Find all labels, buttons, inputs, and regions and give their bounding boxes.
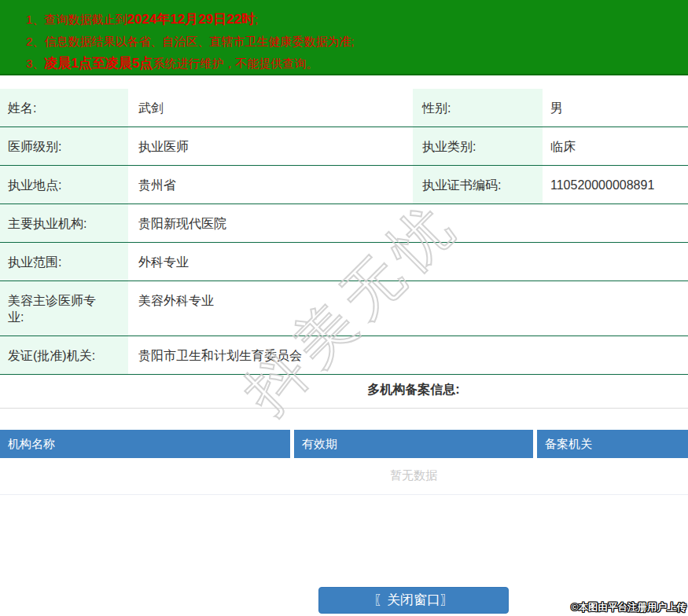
label-doctor-level: 医师级别: — [0, 127, 128, 165]
value-issuing-authority: 贵阳市卫生和计划生育委员会 — [128, 336, 688, 374]
notice-2-prefix: 2、 — [26, 35, 44, 48]
notice-3-post: 系统进行维护，不能提供查询。 — [153, 57, 318, 70]
label-certificate-no: 执业证书编码: — [413, 166, 543, 204]
table-row-name-gender: 姓名: 武剑 性别: 男 — [0, 89, 688, 126]
notice-1-text: 查询数据截止到 — [44, 13, 127, 26]
filing-table-header: 机构名称 有效期 备案机关 — [0, 430, 688, 458]
notice-3-prefix: 3、 — [26, 57, 44, 70]
upload-credit-watermark: ©本图由平台注册用户上传 — [571, 601, 686, 614]
table-row-practice-scope: 执业范围: 外科专业 — [0, 242, 688, 280]
label-cosmetic-specialty: 美容主诊医师专业: — [0, 281, 128, 336]
table-row-location-certno: 执业地点: 贵州省 执业证书编码: 110520000008891 — [0, 165, 688, 204]
value-practice-location: 贵州省 — [128, 166, 413, 204]
section-divider — [0, 408, 688, 409]
label-practice-category: 执业类别: — [413, 127, 543, 165]
table-row-level-category: 医师级别: 执业医师 执业类别: 临床 — [0, 126, 688, 165]
column-header-validity: 有效期 — [294, 430, 533, 458]
doctor-info-table: 姓名: 武剑 性别: 男 医师级别: 执业医师 执业类别: 临床 执业地点: 贵… — [0, 89, 688, 375]
notice-1-bold: 2024年12月29日22时 — [127, 12, 255, 27]
notice-banner: 1、查询数据截止到2024年12月29日22时; 2、信息数据结果以各省、自治区… — [0, 0, 688, 75]
value-certificate-no: 110520000008891 — [543, 166, 688, 204]
notice-line-1: 1、查询数据截止到2024年12月29日22时; — [26, 9, 680, 31]
table-row-issuing-authority: 发证(批准)机关: 贵阳市卫生和计划生育委员会 — [0, 336, 688, 374]
notice-3-bold: 凌晨1点至凌晨5点 — [44, 56, 153, 71]
filing-section-title: 多机构备案信息: — [0, 382, 688, 398]
value-practice-category: 临床 — [543, 127, 688, 165]
value-practice-scope: 外科专业 — [128, 243, 688, 280]
value-main-institution: 贵阳新现代医院 — [128, 204, 688, 242]
value-name: 武剑 — [128, 89, 413, 126]
label-practice-scope: 执业范围: — [0, 243, 128, 280]
value-cosmetic-specialty: 美容外科专业 — [128, 281, 688, 336]
table-row-main-institution: 主要执业机构: 贵阳新现代医院 — [0, 204, 688, 242]
notice-1-prefix: 1、 — [26, 13, 44, 26]
filing-table-empty-state: 暂无数据 — [0, 458, 688, 495]
value-doctor-level: 执业医师 — [128, 127, 413, 165]
query-result-page: 1、查询数据截止到2024年12月29日22时; 2、信息数据结果以各省、自治区… — [0, 0, 688, 616]
label-practice-location: 执业地点: — [0, 166, 128, 204]
notice-2-text: 信息数据结果以各省、自治区、直辖市卫生健康委数据为准; — [44, 35, 354, 48]
label-issuing-authority: 发证(批准)机关: — [0, 336, 128, 374]
label-main-institution: 主要执业机构: — [0, 204, 128, 242]
label-name: 姓名: — [0, 89, 128, 126]
column-header-filing-authority: 备案机关 — [537, 430, 688, 458]
notice-line-3: 3、凌晨1点至凌晨5点系统进行维护，不能提供查询。 — [26, 53, 680, 75]
label-gender: 性别: — [413, 89, 543, 126]
close-window-button[interactable]: 〖关闭窗口〗 — [318, 587, 509, 614]
notice-1-post: ; — [255, 13, 258, 26]
table-row-cosmetic-specialty: 美容主诊医师专业: 美容外科专业 — [0, 280, 688, 336]
notice-line-2: 2、信息数据结果以各省、自治区、直辖市卫生健康委数据为准; — [26, 31, 680, 53]
value-gender: 男 — [543, 89, 688, 126]
column-header-institution-name: 机构名称 — [0, 430, 290, 458]
